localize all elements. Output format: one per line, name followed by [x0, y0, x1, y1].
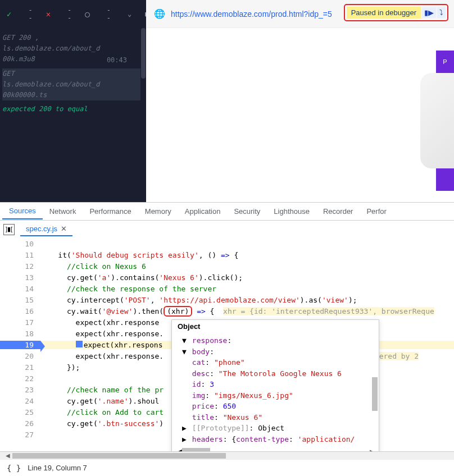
object-inspector-popup[interactable]: Object▼ response: ▼ body: cat: "phone" d… — [171, 319, 379, 451]
code-line[interactable]: 11 it('Should debug scripts easily', () … — [0, 249, 454, 260]
object-property-row[interactable]: ▼ response: — [182, 335, 375, 346]
code-editor[interactable]: 1011 it('Should debug scripts easily', (… — [0, 238, 454, 451]
popup-body[interactable]: ▼ response: ▼ body: cat: "phone" desc: "… — [172, 333, 379, 447]
url-text[interactable]: https://www.demoblaze.com/prod.html?idp_… — [171, 10, 332, 19]
scroll-left-icon[interactable]: ◀ — [6, 452, 10, 459]
code-line[interactable]: 14 //check the response of the server — [0, 283, 454, 294]
line-number[interactable]: 26 — [0, 419, 40, 428]
devtools-tabbar: SourcesNetworkPerformanceMemoryApplicati… — [0, 202, 454, 220]
app-preview: 🌐 https://www.demoblaze.com/prod.html?id… — [146, 0, 454, 202]
debugger-overlay: Paused in debugger ▮▶ ⤵ — [344, 4, 448, 21]
line-number[interactable]: 19 — [0, 341, 40, 349]
log-assertion[interactable]: expected 200 to equal — [2, 104, 144, 115]
code-line[interactable]: 13 cy.get('a').contains('Nexus 6').click… — [0, 272, 454, 283]
step-over-button[interactable]: ⤵ — [437, 7, 446, 18]
line-number[interactable]: 12 — [0, 262, 40, 271]
status-bar: { } Line 19, Column 7 — [0, 459, 454, 476]
elapsed-timer: 00:43 — [107, 56, 127, 64]
tab-recorder[interactable]: Recorder — [316, 204, 360, 219]
log-entry-active[interactable]: GET ls.demoblaze.com/about_d 00k00000.ts — [2, 68, 144, 101]
line-number[interactable]: 13 — [0, 273, 40, 282]
show-navigator-icon[interactable]: ]▮[ — [3, 224, 15, 235]
line-number[interactable]: 21 — [0, 363, 40, 372]
tab-performance[interactable]: Performance — [83, 204, 138, 219]
brand-badge: P — [436, 51, 454, 73]
code-content[interactable]: cy.intercept('POST', 'https://api.demobl… — [40, 296, 454, 304]
line-number[interactable]: 14 — [0, 285, 40, 293]
line-number[interactable]: 11 — [0, 251, 40, 259]
globe-icon: 🌐 — [154, 8, 165, 19]
popup-header: Object — [172, 320, 379, 333]
object-property-row[interactable]: title: "Nexus 6" — [182, 412, 375, 423]
code-content[interactable]: it('Should debug scripts easily', () => … — [40, 251, 454, 259]
code-content[interactable]: cy.get('a').contains('Nexus 6').click(); — [40, 273, 454, 282]
cursor-position: Line 19, Column 7 — [28, 464, 87, 472]
cta-band — [436, 168, 454, 191]
close-icon[interactable]: ✕ — [61, 225, 67, 233]
paused-label: Paused in debugger — [347, 7, 421, 19]
code-line[interactable]: 12 //click on Nexus 6 — [0, 260, 454, 272]
line-number[interactable]: 18 — [0, 329, 40, 338]
object-property-row[interactable]: price: 650 — [182, 401, 375, 412]
code-line[interactable]: 10 — [0, 238, 454, 249]
line-number[interactable]: 25 — [0, 408, 40, 417]
object-property-row[interactable]: ▶ [[Prototype]]: Object — [182, 423, 375, 434]
line-number[interactable]: 27 — [0, 431, 40, 439]
checkmark-icon[interactable]: ✓ — [7, 10, 11, 19]
code-line[interactable]: 15 cy.intercept('POST', 'https://api.dem… — [0, 294, 454, 305]
object-property-row[interactable]: ▼ body: — [182, 346, 375, 358]
editor-horizontal-scrollbar[interactable]: ◀ — [0, 451, 454, 459]
object-property-row[interactable]: img: "imgs/Nexus_6.jpg" — [182, 390, 375, 401]
popup-vertical-scrollbar[interactable] — [371, 342, 379, 451]
line-number[interactable]: 10 — [0, 240, 40, 248]
product-image — [420, 73, 454, 168]
command-log[interactable]: GET 200 , ls.demoblaze.com/about_d 00k.m… — [0, 28, 146, 122]
error-icon[interactable]: ✕ — [46, 10, 51, 19]
scrollbar-thumb[interactable] — [12, 453, 226, 459]
object-property-row[interactable]: desc: "The Motorola Google Nexus 6 — [182, 368, 375, 379]
tab-lighthouse[interactable]: Lighthouse — [267, 204, 316, 219]
loading-icon: ◯ — [85, 10, 89, 19]
object-property-row[interactable]: cat: "phone" — [182, 357, 375, 368]
tab-perfor[interactable]: Perfor — [360, 204, 393, 219]
code-content[interactable]: cy.wait('@view').then((xhr) => { xhr = {… — [40, 307, 454, 315]
object-property-row[interactable]: id: 3 — [182, 379, 375, 390]
tab-sources[interactable]: Sources — [2, 203, 43, 219]
chevron-down-icon[interactable]: ⌄ — [128, 10, 131, 18]
code-line[interactable]: 16 cy.wait('@view').then((xhr) => { xhr … — [0, 305, 454, 317]
code-content[interactable]: //click on Nexus 6 — [40, 262, 454, 271]
tab-network[interactable]: Network — [43, 204, 83, 219]
line-number[interactable]: 22 — [0, 374, 40, 383]
line-number[interactable]: 15 — [0, 296, 40, 304]
resume-button[interactable]: ▮▶ — [422, 7, 436, 18]
pretty-print-icon[interactable]: { } — [7, 464, 21, 473]
line-number[interactable]: 20 — [0, 352, 40, 360]
file-tab-spec[interactable]: spec.cy.js ✕ — [20, 222, 72, 236]
popup-horizontal-scrollbar[interactable]: ◀▶ — [172, 447, 379, 451]
tab-security[interactable]: Security — [227, 204, 267, 219]
object-property-row[interactable]: ▶ headers: {content-type: 'application/ — [182, 434, 375, 445]
tab-memory[interactable]: Memory — [138, 204, 178, 219]
line-number[interactable]: 23 — [0, 386, 40, 394]
cypress-runner-panel: ✓-- ✕-- ◯-- ⌄ ■ 00:43 GET 200 , ls.demob… — [0, 0, 146, 202]
tab-application[interactable]: Application — [178, 204, 228, 219]
file-tab-label: spec.cy.js — [26, 225, 57, 233]
line-number[interactable]: 24 — [0, 397, 40, 405]
code-content[interactable]: //check the response of the server — [40, 285, 454, 293]
cypress-toolbar: ✓-- ✕-- ◯-- ⌄ ■ — [0, 0, 146, 28]
cypress-scrollbar[interactable] — [140, 28, 146, 202]
line-number[interactable]: 16 — [0, 307, 40, 315]
line-number[interactable]: 17 — [0, 318, 40, 327]
file-tabbar: ]▮[ spec.cy.js ✕ — [0, 220, 454, 238]
